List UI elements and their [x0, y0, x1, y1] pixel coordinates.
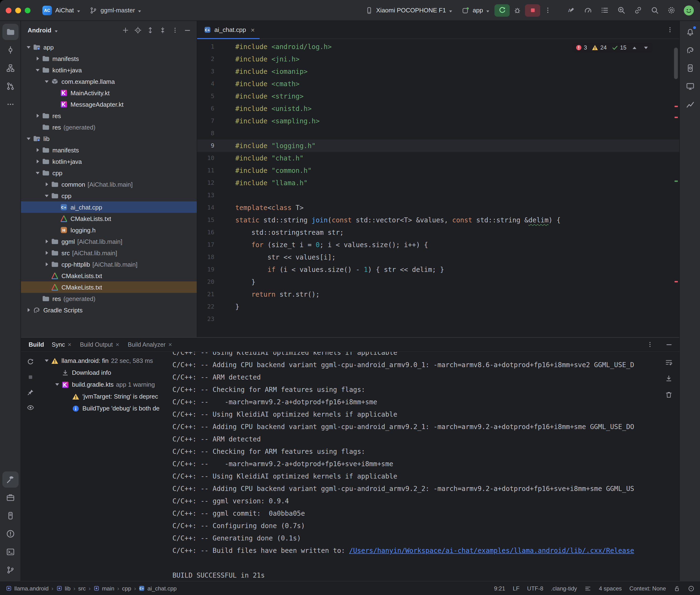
close-icon[interactable]: ×: [115, 341, 119, 348]
breadcrumb-item[interactable]: cpp: [122, 585, 131, 592]
line-number[interactable]: 19: [197, 263, 214, 276]
code-editor[interactable]: 1#include <android/log.h>2#include <jni.…: [197, 39, 679, 337]
build-result-tree[interactable]: llama.android: fin22 sec, 583 msDownload…: [40, 352, 170, 581]
scrollbar-thumb[interactable]: [674, 48, 678, 79]
stop-square-icon[interactable]: [24, 371, 37, 383]
line-number[interactable]: 7: [197, 115, 214, 127]
close-icon[interactable]: ×: [251, 26, 255, 33]
formatting-icon[interactable]: [585, 585, 591, 592]
more-tools-icon[interactable]: [2, 96, 18, 112]
more-icon[interactable]: [169, 24, 180, 36]
console-file-link[interactable]: /Users/hanyin/Workspace/ai-chat/examples…: [349, 547, 634, 554]
chevron-right-icon[interactable]: [34, 156, 41, 167]
lock-icon[interactable]: [674, 585, 680, 592]
project-tree-item[interactable]: Hlogging.h: [21, 224, 197, 236]
stop-button[interactable]: [525, 4, 540, 17]
build-tree-item[interactable]: BuildType 'debug' is both de: [40, 402, 170, 414]
chevron-right-icon[interactable]: [34, 144, 41, 156]
project-tree-item[interactable]: kotlin+java: [21, 156, 197, 167]
chevron-down-icon[interactable]: [43, 355, 51, 366]
project-folder-icon[interactable]: [2, 24, 18, 40]
chevron-right-icon[interactable]: [25, 304, 32, 316]
run-button[interactable]: [495, 4, 510, 17]
eye-icon[interactable]: [24, 401, 37, 414]
breadcrumb-item[interactable]: src: [78, 585, 86, 592]
code-review-icon[interactable]: A: [565, 4, 577, 17]
breadcrumb-item[interactable]: C+ai_chat.cpp: [139, 585, 177, 592]
profiler-icon[interactable]: [582, 4, 594, 17]
close-window-button[interactable]: [6, 7, 11, 13]
breadcrumb-item[interactable]: llama.android: [6, 585, 49, 592]
caret-position-widget[interactable]: 9:21: [494, 585, 505, 592]
line-number[interactable]: 23: [197, 313, 214, 325]
previous-problem-icon[interactable]: [631, 44, 638, 51]
device-selector[interactable]: Xiaomi POCOPHONE F1: [361, 4, 456, 16]
build-tree-item[interactable]: Download info: [40, 367, 170, 378]
run-config-selector[interactable]: app: [457, 4, 494, 16]
scroll-end-icon[interactable]: [663, 373, 674, 384]
project-tree-item[interactable]: manifests: [21, 144, 197, 156]
terminal-icon[interactable]: [2, 544, 18, 560]
chevron-right-icon[interactable]: [43, 247, 51, 259]
hide-icon[interactable]: [181, 24, 193, 36]
chevron-right-icon[interactable]: [43, 178, 51, 190]
line-number[interactable]: 9: [197, 140, 214, 152]
app-inspection-icon[interactable]: [615, 4, 627, 17]
clear-icon[interactable]: [663, 389, 674, 400]
error-mark[interactable]: [674, 117, 678, 118]
project-tree-item[interactable]: cpp: [21, 167, 197, 178]
collapse-all-icon[interactable]: [157, 24, 168, 36]
task-list-icon[interactable]: [598, 4, 611, 17]
project-tree-item[interactable]: lib: [21, 133, 197, 144]
chevron-right-icon[interactable]: [34, 53, 41, 64]
close-icon[interactable]: ×: [168, 341, 172, 348]
device-pair-icon[interactable]: [632, 4, 644, 17]
line-number[interactable]: 21: [197, 288, 214, 301]
build-tab-build-analyzer[interactable]: Build Analyzer×: [128, 341, 172, 348]
line-number[interactable]: 6: [197, 103, 214, 115]
zoom-window-button[interactable]: [25, 7, 30, 13]
problems-icon[interactable]: [2, 526, 18, 542]
search-icon[interactable]: [648, 4, 661, 17]
line-number[interactable]: 1: [197, 40, 214, 53]
build-tree-item[interactable]: 'jvmTarget: String' is deprec: [40, 391, 170, 402]
project-tree-item[interactable]: common[AiChat.lib.main]: [21, 178, 197, 190]
chevron-down-icon[interactable]: [43, 76, 51, 87]
project-tree-item[interactable]: CMakeLists.txt: [21, 281, 197, 293]
passed-count[interactable]: 15: [611, 44, 626, 51]
inspections-widget[interactable]: 3 24 15: [572, 43, 653, 52]
project-selector[interactable]: AC AiChat: [38, 4, 84, 17]
line-number[interactable]: 12: [197, 177, 214, 189]
line-number[interactable]: 16: [197, 226, 214, 238]
hide-panel-icon[interactable]: [663, 339, 674, 350]
editor-options-icon[interactable]: [664, 24, 675, 35]
version-control-icon[interactable]: [2, 562, 18, 578]
commit-icon[interactable]: [2, 42, 18, 58]
build-console[interactable]: C/C++: -- Using KleidiAI optimized kerne…: [170, 352, 679, 581]
project-tree-item[interactable]: cpp: [21, 190, 197, 201]
logcat-icon[interactable]: [2, 508, 18, 524]
project-tree-item[interactable]: res(generated): [21, 121, 197, 133]
line-number[interactable]: 14: [197, 201, 214, 214]
build-icon[interactable]: [2, 472, 18, 488]
project-tree-item[interactable]: com.example.llama: [21, 76, 197, 87]
chevron-right-icon[interactable]: [43, 259, 51, 270]
line-number[interactable]: 20: [197, 276, 214, 288]
project-tree-item[interactable]: res: [21, 110, 197, 121]
next-problem-icon[interactable]: [643, 44, 649, 51]
project-tree-item[interactable]: MessageAdapter.kt: [21, 98, 197, 110]
project-tree-item[interactable]: res(generated): [21, 293, 197, 304]
settings-icon[interactable]: [665, 4, 677, 17]
change-mark[interactable]: [674, 180, 678, 182]
line-number[interactable]: 4: [197, 78, 214, 90]
build-tree-item[interactable]: llama.android: fin22 sec, 583 ms: [40, 355, 170, 367]
project-tree-item[interactable]: CMakeLists.txt: [21, 213, 197, 224]
soft-wrap-icon[interactable]: [663, 357, 674, 368]
project-tree-item[interactable]: app: [21, 41, 197, 53]
project-tree-item[interactable]: CMakeLists.txt: [21, 270, 197, 281]
pull-requests-icon[interactable]: [2, 78, 18, 94]
breadcrumb-item[interactable]: lib: [56, 585, 71, 592]
project-tree-item[interactable]: ggml[AiChat.lib.main]: [21, 236, 197, 247]
project-tree-item[interactable]: cpp-httplib[AiChat.lib.main]: [21, 259, 197, 270]
chevron-right-icon[interactable]: [43, 236, 51, 247]
